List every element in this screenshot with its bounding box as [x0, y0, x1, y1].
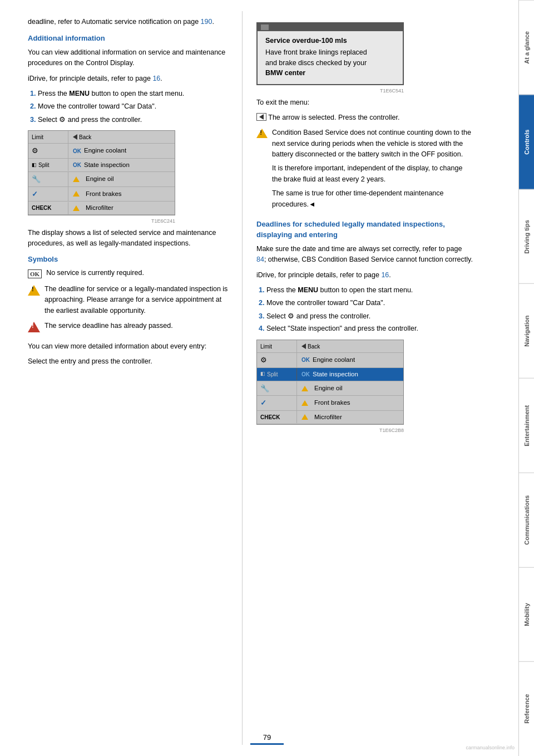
page-link-16-2[interactable]: 16	[381, 271, 389, 279]
menu2-cell-front-brakes: Front brakes	[297, 396, 403, 409]
ok-text: OK	[28, 269, 42, 278]
service-overdue-box: Service overdue‑100 mls Have front brake…	[256, 22, 404, 85]
step2-4: Select "State inspection" and press the …	[266, 323, 473, 334]
service-box-header	[258, 23, 403, 31]
page-link-84[interactable]: 84	[256, 256, 264, 263]
sidebar-tab-mobility[interactable]: Mobility	[519, 567, 534, 662]
menu-cell-front-brakes: Front brakes	[68, 188, 175, 200]
warn-symbol-text: The deadline for service or a legally-ma…	[44, 284, 228, 316]
steps-list-2: Press the MENU button to open the start …	[266, 285, 473, 334]
arrow-back-icon	[256, 113, 266, 121]
page-number: 79	[250, 733, 284, 742]
left-column: deadline, refer to Automatic service not…	[0, 11, 239, 745]
menu-row-oil: 🔧 Engine oil	[28, 172, 175, 187]
menu2-fig-label: T1E6C2B8	[256, 427, 404, 435]
menu-row-micro: CHECK Microfilter	[28, 202, 175, 215]
menu2-cell-gear: ⚙	[257, 353, 297, 367]
menu-cell-microfilter: Microfilter	[68, 202, 175, 214]
sidebar-tab-at-a-glance[interactable]: At a glance	[519, 0, 534, 95]
page-number-line	[250, 743, 284, 745]
menu2-cell-back: Back	[297, 340, 403, 352]
menu-label-2: MENU	[298, 286, 318, 294]
intro-text: deadline, refer to Automatic service not…	[28, 17, 228, 27]
step-3: Select ⚙ and press the controller.	[38, 114, 228, 125]
menu-cell-back: Back	[68, 131, 175, 143]
section1-idrive: iDrive, for principle details, refer to …	[28, 73, 228, 84]
menu-cell-gear: ⚙	[28, 144, 68, 158]
service-box-line2: Have front brake linings replaced	[265, 47, 395, 58]
step2-1: Press the MENU button to open the start …	[266, 285, 473, 296]
passed-symbol-text: The service deadline has already passed.	[44, 321, 173, 331]
sidebar-tab-navigation[interactable]: Navigation	[519, 283, 534, 378]
sidebar-tab-driving-tips[interactable]: Driving tips	[519, 189, 534, 284]
caution-triangle	[256, 129, 268, 138]
sidebar-tab-entertainment[interactable]: Entertainment	[519, 378, 534, 473]
menu2-row-oil: 🔧 Engine oil	[257, 381, 403, 396]
menu-row-state: ◧ Split OKState inspection	[28, 159, 175, 172]
watermark: carmanualsonline.info	[466, 745, 515, 750]
menu1-caption: The display shows a list of selected ser…	[28, 228, 228, 249]
sidebar-tab-controls[interactable]: Controls	[519, 95, 534, 189]
caution-icon	[256, 129, 268, 141]
page-link-190[interactable]: 190	[201, 18, 212, 26]
section1-title: Additional information	[28, 33, 228, 44]
caution-para2: It is therefore important, independent o…	[272, 163, 473, 185]
step2-2: Move the controller toward "Car Data".	[266, 298, 473, 308]
menu2-cell-coolant: OKEngine coolant	[297, 354, 403, 366]
menu-box-1: Limit Back ⚙ OKEngine coolant	[28, 130, 175, 215]
menu-cell-state-inspection: OKState inspection	[68, 159, 175, 171]
section2-para1: Make sure the date and time are always s…	[256, 244, 473, 266]
menu1-fig-label: T1E6C241	[28, 218, 175, 225]
column-divider	[242, 11, 243, 745]
menu2-cell-microfilter: Microfilter	[297, 411, 403, 424]
exit-text: To exit the menu:	[256, 97, 473, 108]
menu-cell-coolant: OKEngine coolant	[68, 144, 175, 157]
caution-para3: The same is true for other time-dependen…	[272, 188, 473, 210]
symbol-ok-row: OK No service is currently required.	[28, 268, 228, 279]
section2-title: Deadlines for scheduled legally mandated…	[256, 219, 473, 240]
ok-symbol-icon: OK	[28, 269, 42, 279]
symbol-passed-row: The service deadline has already passed.	[28, 321, 228, 336]
right-column: Service overdue‑100 mls Have front brake…	[245, 11, 484, 745]
menu-row-coolant: ⚙ OKEngine coolant	[28, 144, 175, 159]
menu-cell-limit: Limit	[28, 131, 68, 143]
service-box-line4: BMW center	[265, 68, 395, 78]
section1-para1: You can view additional information on s…	[28, 47, 228, 69]
menu2-cell-check-label: CHECK	[257, 411, 297, 423]
menu-label-1: MENU	[69, 90, 90, 97]
sym-para2: Select the entry and press the controlle…	[28, 356, 228, 367]
service-box-line1: Service overdue‑100 mls	[265, 36, 395, 46]
service-box-fig-label: T1E6C541	[256, 87, 404, 95]
sidebar-tabs: At a glance Controls Driving tips Naviga…	[518, 0, 534, 756]
step-2: Move the controller toward "Car Data".	[38, 101, 228, 112]
exit-instruction: The arrow is selected. Press the control…	[256, 112, 473, 123]
step-1: Press the MENU button to open the start …	[38, 89, 228, 99]
caution-block: Condition Based Service does not continu…	[256, 127, 473, 214]
sidebar-tab-reference[interactable]: Reference	[519, 661, 534, 756]
menu-cell-route: 🔧	[28, 172, 68, 186]
menu2-cell-checkmark: ✓	[257, 396, 297, 410]
menu-cell-split: ◧ Split	[28, 159, 68, 171]
menu-row-brakes: ✓ Front brakes	[28, 187, 175, 202]
menu-cell-engine-oil: Engine oil	[68, 173, 175, 185]
sidebar-tab-communications[interactable]: Communications	[519, 473, 534, 567]
menu2-cell-engine-oil: Engine oil	[297, 382, 403, 395]
menu2-row-limit: Limit Back	[257, 340, 403, 353]
section2-idrive: iDrive, for principle details, refer to …	[256, 270, 473, 281]
symbol-warn-row: The deadline for service or a legally-ma…	[28, 284, 228, 316]
symbols-title: Symbols	[28, 254, 228, 265]
sym-para1: You can view more detailed information a…	[28, 341, 228, 352]
passed-symbol-icon	[28, 322, 40, 336]
menu2-row-brakes: ✓ Front brakes	[257, 396, 403, 411]
service-box-line3: and brake discs checked by your	[265, 58, 395, 68]
warn-symbol-icon	[28, 285, 40, 299]
menu-cell-check-label: CHECK	[28, 202, 68, 214]
menu2-row-state: ◧ Split OKState inspection	[257, 368, 403, 381]
menu-cell-check-mark: ✓	[28, 187, 68, 202]
menu2-row-coolant: ⚙ OKEngine coolant	[257, 353, 403, 368]
menu2-cell-route: 🔧	[257, 381, 297, 396]
menu2-cell-limit: Limit	[257, 340, 297, 352]
page-link-16-1[interactable]: 16	[152, 75, 160, 82]
menu-box-2: Limit Back ⚙ OKEngine coolant	[256, 340, 404, 425]
caution-text: Condition Based Service does not continu…	[272, 127, 473, 214]
